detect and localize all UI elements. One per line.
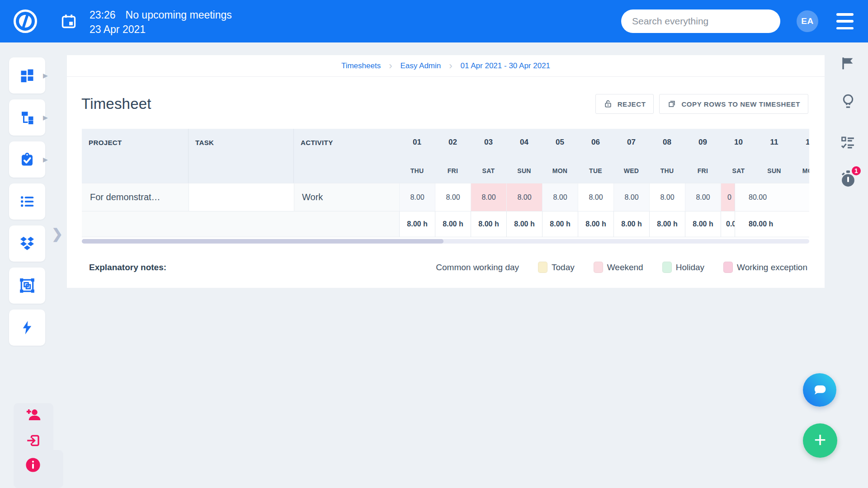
day-name: THU <box>410 167 424 174</box>
sidebar-item-quick-actions[interactable] <box>9 310 45 346</box>
day-total-clipped: 0.0 <box>721 211 735 237</box>
timesheet-cell-clipped[interactable]: 0 <box>721 183 735 211</box>
timesheet-cell[interactable]: 8.00 <box>649 183 685 211</box>
app-window: 23:26 No upcoming meetings 23 Apr 2021 E… <box>0 0 868 488</box>
day-header: 12MON <box>792 129 809 183</box>
row-project[interactable]: For demonstrat… <box>82 183 189 211</box>
day-total: 8.00 h <box>399 211 435 237</box>
timesheet-cell[interactable]: 8.00 <box>399 183 435 211</box>
expand-sidebar-chevron-icon[interactable]: ❯ <box>52 226 63 242</box>
chevron-right-icon[interactable]: ▶ <box>43 156 48 163</box>
day-total: 8.00 h <box>471 211 506 237</box>
copy-rows-button[interactable]: COPY ROWS TO NEW TIMESHEET <box>659 94 808 114</box>
row-task[interactable] <box>189 183 294 211</box>
day-number: 04 <box>520 138 528 147</box>
list-icon <box>19 193 35 210</box>
timesheet-cell[interactable]: 8.00 <box>613 183 649 211</box>
search-box[interactable] <box>621 9 780 33</box>
chevron-right-icon[interactable]: ▶ <box>43 114 48 121</box>
add-fab-button[interactable]: + <box>803 423 837 458</box>
flag-button[interactable] <box>840 56 855 72</box>
add-user-icon <box>25 407 41 422</box>
sidebar-item-projects-tree[interactable] <box>9 99 45 136</box>
day-number: 05 <box>556 138 564 147</box>
topbar-meeting-block: 23:26 No upcoming meetings 23 Apr 2021 <box>90 8 232 36</box>
sidebar-item-tasks[interactable] <box>9 141 45 178</box>
dashboard-icon <box>19 67 35 84</box>
breadcrumb: Timesheets › Easy Admin › 01 Apr 2021 - … <box>67 55 825 77</box>
search-input[interactable] <box>632 16 769 27</box>
app-logo-icon[interactable] <box>14 9 37 33</box>
day-number: 08 <box>663 138 671 147</box>
checklist-icon <box>840 135 856 150</box>
chat-fab-button[interactable] <box>803 373 836 407</box>
flag-icon <box>840 56 855 70</box>
hamburger-bar <box>836 20 854 23</box>
row-total: 80.00 <box>735 183 809 211</box>
day-header: 06TUE <box>578 129 613 183</box>
timesheet-cell[interactable]: 8.00 <box>578 183 613 211</box>
copy-rows-label: COPY ROWS TO NEW TIMESHEET <box>681 100 800 108</box>
topbar: 23:26 No upcoming meetings 23 Apr 2021 E… <box>0 0 868 42</box>
timesheet-cell[interactable]: 8.00 <box>435 183 471 211</box>
notes-label: Explanatory notes: <box>89 263 166 272</box>
day-number: 07 <box>627 138 636 147</box>
table-header: PROJECT TASK ACTIVITY 01THU 02FRI 03SAT … <box>82 129 809 183</box>
checklist-button[interactable] <box>840 135 856 152</box>
timesheet-cell[interactable]: 8.00 <box>685 183 721 211</box>
breadcrumb-timesheets[interactable]: Timesheets <box>341 61 381 70</box>
column-header-task: TASK <box>189 129 294 183</box>
totals-row-lead <box>82 211 399 237</box>
grand-total: 80.00 h <box>735 211 809 237</box>
legend-label: Holiday <box>676 263 704 272</box>
day-name: FRI <box>448 167 458 174</box>
day-header: 10SAT <box>721 129 756 183</box>
holiday-swatch <box>662 262 672 273</box>
chevron-right-icon[interactable]: ▶ <box>43 72 48 79</box>
timesheet-table: PROJECT TASK ACTIVITY 01THU 02FRI 03SAT … <box>82 129 809 237</box>
reject-button[interactable]: REJECT <box>595 94 654 114</box>
page-title: Timesheet <box>81 95 151 113</box>
legend: Common working day Today Weekend Holiday… <box>436 262 807 273</box>
plus-icon: + <box>814 427 826 452</box>
legend-item-today: Today <box>538 262 575 273</box>
hamburger-bar <box>836 27 854 30</box>
day-number: 02 <box>448 138 457 147</box>
legend-item-working-exception: Working exception <box>723 262 807 273</box>
breadcrumb-period[interactable]: 01 Apr 2021 - 30 Apr 2021 <box>461 61 551 70</box>
sidebar-item-dropbox[interactable] <box>9 225 45 262</box>
idea-button[interactable] <box>840 93 856 111</box>
day-total: 8.00 h <box>613 211 649 237</box>
day-name: SAT <box>732 167 745 174</box>
day-number: 03 <box>484 138 493 147</box>
avatar[interactable]: EA <box>797 10 818 32</box>
row-activity[interactable]: Work <box>294 183 399 211</box>
breadcrumb-user[interactable]: Easy Admin <box>400 61 441 70</box>
legend-item-weekend: Weekend <box>594 262 643 273</box>
calendar-icon[interactable] <box>61 13 77 31</box>
day-header: 07WED <box>613 129 649 183</box>
timesheet-cell[interactable]: 8.00 <box>506 183 542 211</box>
info-icon <box>25 457 41 473</box>
info-button[interactable] <box>25 457 41 473</box>
sidebar-item-dashboard[interactable] <box>9 57 45 94</box>
day-number: 01 <box>413 138 421 147</box>
day-total: 8.00 h <box>578 211 613 237</box>
lightbulb-icon <box>840 93 856 109</box>
sign-in-button[interactable] <box>25 433 41 448</box>
scrollbar-thumb[interactable] <box>82 239 443 244</box>
copy-icon <box>667 99 676 108</box>
sidebar-item-list[interactable] <box>9 183 45 220</box>
horizontal-scrollbar[interactable] <box>82 239 809 244</box>
sidebar-item-frames[interactable] <box>9 267 45 304</box>
legend-label: Working exception <box>737 263 807 272</box>
day-name: MON <box>552 167 568 174</box>
timesheet-cell[interactable]: 8.00 <box>542 183 578 211</box>
timesheet-cell[interactable]: 8.00 <box>471 183 506 211</box>
clipboard-check-icon <box>19 151 35 168</box>
hamburger-menu-button[interactable] <box>836 13 854 29</box>
today-swatch <box>538 262 547 273</box>
day-header: 05MON <box>542 129 578 183</box>
add-user-button[interactable] <box>25 407 41 422</box>
day-header: 04SUN <box>506 129 542 183</box>
